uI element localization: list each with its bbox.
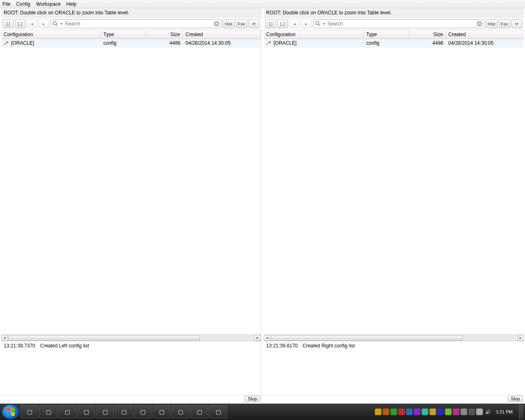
tray-icon-7[interactable] [429,409,436,415]
root-button[interactable]: [.] [265,19,276,28]
tray-icon-5[interactable] [414,409,420,415]
col-type[interactable]: Type [364,30,409,39]
col-configuration[interactable]: Configuration [264,30,364,39]
menu-config[interactable]: Config [16,1,30,7]
up-button[interactable]: [..] [15,19,25,28]
root-button[interactable]: [.] [3,19,14,28]
taskbar-app-paint[interactable]: ▢ [171,405,189,418]
arrow-right-icon: ► [304,22,308,26]
refresh-icon: ⟳ [515,22,518,26]
table-row[interactable]: [ORACLE] config 4486 04/26/2014 14:30:05 [264,39,524,48]
col-configuration[interactable]: Configuration [1,30,101,39]
right-hint: ROOT: Double click on ORACLE to zoom int… [264,8,524,18]
taskbar-app-tool1[interactable]: ▢ [77,405,95,418]
tray-icon-11[interactable] [461,409,467,415]
favorite-button[interactable]: Fav [499,19,510,28]
cell-created: 04/26/2014 14:30:05 [446,39,524,47]
tray-icon-8[interactable] [437,409,444,415]
col-type[interactable]: Type [101,30,146,39]
up-button[interactable]: [..] [277,19,288,28]
history-button[interactable]: Hist [486,19,498,28]
col-created[interactable]: Created [446,30,524,39]
tray-icon-9[interactable] [445,409,452,415]
refresh-button[interactable]: ⟳ [249,19,259,28]
tray-icon-6[interactable] [422,409,428,415]
left-log: 13:21:39.7370 Created Left config list S… [1,341,261,402]
windows-icon [6,407,15,416]
scroll-thumb[interactable] [271,335,463,341]
col-size[interactable]: Size [146,30,183,39]
log-body: 13:21:39.7370 Created Left config list [1,341,261,395]
tray-icon-2[interactable] [390,409,397,415]
stop-button[interactable]: Stop [245,396,260,402]
back-button[interactable]: ◄ [27,19,37,28]
log-body: 13:21:39.8170 Created Right config list [264,341,524,395]
svg-point-2 [316,22,319,25]
search-icon [315,21,321,27]
search-input[interactable] [65,21,212,27]
stop-button[interactable]: Stop [508,396,523,402]
left-hscroll[interactable]: ◄ ► [1,334,261,341]
favorite-button[interactable]: Fav [236,19,247,28]
tray-icon-4[interactable] [406,409,413,415]
taskbar-app-term[interactable]: ▢ [209,405,227,418]
tray-icon-1[interactable] [383,409,389,415]
taskbar-app-media[interactable]: ▢ [58,405,76,418]
history-button[interactable]: Hist [223,19,235,28]
forward-button[interactable]: ► [39,19,49,28]
scroll-track[interactable] [271,335,517,341]
tray-icon-10[interactable] [453,409,459,415]
scroll-right-icon[interactable]: ► [254,335,261,341]
scroll-right-icon[interactable]: ► [517,335,524,341]
arrow-right-icon: ► [42,22,46,26]
clear-icon[interactable]: ✕ [214,21,219,27]
svg-rect-7 [11,412,15,416]
cell-size: 4486 [409,39,446,47]
tray-icon-3[interactable] [398,409,405,415]
tray-icon-13[interactable] [476,409,483,415]
clear-icon[interactable]: ✕ [477,21,482,27]
right-log: 13:21:39.8170 Created Right config list … [264,341,524,402]
dropdown-icon[interactable]: ▼ [322,22,326,26]
col-created[interactable]: Created [183,30,261,39]
right-hscroll[interactable]: ◄ ► [264,334,524,341]
search-box[interactable]: ▼ ✕ [313,19,484,28]
table-row[interactable]: [ORACLE] config 4486 04/26/2014 14:30:05 [1,39,261,48]
svg-rect-5 [11,408,15,411]
log-line: 13:21:39.7370 Created Left config list [4,343,258,349]
taskbar-clock[interactable]: 1:21 PM [493,409,515,414]
show-desktop-button[interactable] [519,404,523,419]
volume-icon[interactable]: 🔊 [485,409,491,415]
svg-point-0 [53,22,57,25]
menu-workspace[interactable]: Workspace [36,1,61,7]
tray-icon-12[interactable] [468,409,475,415]
taskbar-app-ie[interactable]: ▢ [21,405,39,418]
search-input[interactable] [327,21,475,27]
taskbar-app-tool2[interactable]: ▢ [96,405,114,418]
scroll-track[interactable] [8,335,254,341]
search-box[interactable]: ▼ ✕ [50,19,221,28]
left-table-header: Configuration Type Size Created [1,30,261,39]
taskbar-app-word[interactable]: ▢ [115,405,133,418]
back-button[interactable]: ◄ [289,19,300,28]
forward-button[interactable]: ► [301,19,312,28]
scroll-left-icon[interactable]: ◄ [1,335,8,341]
scroll-left-icon[interactable]: ◄ [264,335,270,341]
taskbar-app-cmd[interactable]: ▢ [190,405,208,418]
col-size[interactable]: Size [409,30,446,39]
log-msg: Created Right config list [303,343,355,349]
left-toolbar: [.] [..] ◄ ► ▼ ✕ Hist Fav ⟳ [1,18,261,30]
dropdown-icon[interactable]: ▼ [60,22,63,26]
taskbar-app-explorer[interactable]: ▢ [39,405,57,418]
log-time: 13:21:39.7370 [4,343,35,349]
tray-icon-0[interactable] [375,409,381,415]
taskbar-app-app2[interactable]: ▢ [153,405,171,418]
menu-help[interactable]: Help [66,1,77,7]
left-table-body: [ORACLE] config 4486 04/26/2014 14:30:05 [1,39,261,334]
menu-file[interactable]: File [2,1,10,7]
refresh-button[interactable]: ⟳ [511,19,522,28]
start-button[interactable] [2,404,20,419]
scroll-thumb[interactable] [8,335,200,341]
tool-icon [4,40,9,46]
taskbar-app-app1[interactable]: ▢ [134,405,152,418]
